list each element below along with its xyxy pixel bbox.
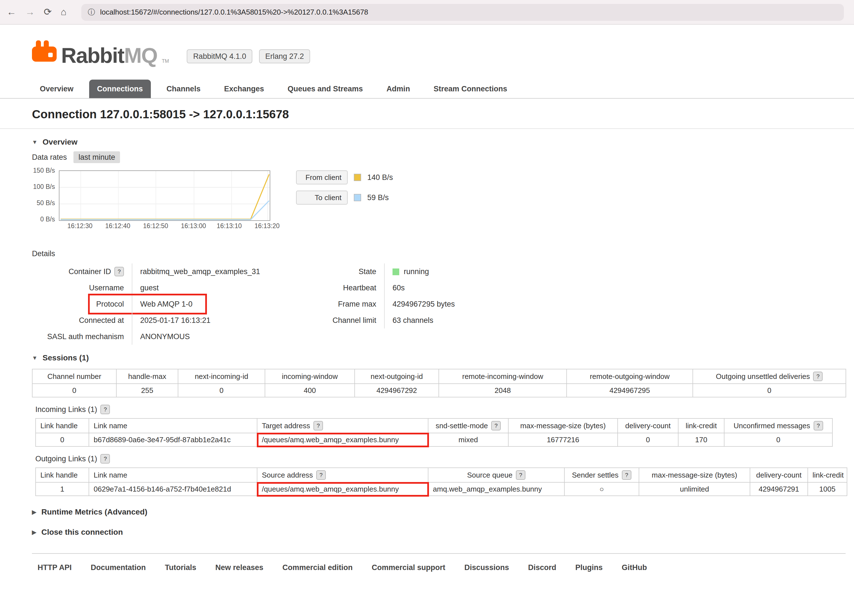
runtime-metrics-section-header[interactable]: ▶ Runtime Metrics (Advanced): [0, 496, 854, 516]
outgoing-links-table: Link handle Link name Source address? So…: [35, 467, 847, 496]
footer-link-commercial-edition[interactable]: Commercial edition: [282, 563, 353, 572]
version-badges: RabbitMQ 4.1.0 Erlang 27.2: [187, 49, 310, 63]
page: ← → ⟳ ⌂ ⓘ localhost:15672/#/connections/…: [0, 0, 854, 616]
detail-label: Heartbeat: [343, 284, 376, 292]
url-text: localhost:15672/#/connections/127.0.0.1%…: [100, 8, 368, 16]
detail-label: Connected at: [79, 316, 124, 324]
back-icon[interactable]: ←: [7, 7, 16, 17]
home-icon[interactable]: ⌂: [61, 7, 67, 17]
close-connection-section-header[interactable]: ▶ Close this connection: [0, 516, 854, 536]
data-rates-row: Data rates last minute: [0, 151, 854, 161]
detail-label: Username: [89, 284, 124, 292]
close-connection-title: Close this connection: [41, 528, 123, 536]
outgoing-links-header-row: Link handle Link name Source address? So…: [36, 468, 847, 482]
x-tick: 16:12:30: [67, 222, 93, 229]
footer-link-discussions[interactable]: Discussions: [464, 563, 509, 572]
details-left-column: Container ID? rabbitmq_web_amqp_examples…: [32, 263, 318, 345]
detail-row-protocol: Protocol Web AMQP 1-0: [32, 296, 318, 312]
tab-admin[interactable]: Admin: [378, 80, 418, 98]
state-running-icon: [392, 268, 399, 275]
help-icon[interactable]: ?: [516, 470, 525, 480]
to-client-button[interactable]: To client: [296, 190, 348, 205]
detail-label: State: [358, 268, 376, 276]
legend-row-to-client: To client 59 B/s: [296, 190, 393, 205]
forward-icon[interactable]: →: [25, 7, 35, 17]
detail-value: 63 channels: [384, 312, 530, 329]
target-address-cell: /queues/amq.web_amqp_examples.bunny: [257, 433, 428, 446]
detail-label: Frame max: [338, 300, 376, 308]
detail-row-connected-at: Connected at 2025-01-17 16:13:21: [32, 312, 318, 329]
tab-stream-connections[interactable]: Stream Connections: [425, 80, 515, 98]
detail-value: 60s: [384, 280, 530, 296]
footer-link-tutorials[interactable]: Tutorials: [165, 563, 196, 572]
footer-link-discord[interactable]: Discord: [528, 563, 556, 572]
to-client-rate: 59 B/s: [367, 193, 389, 202]
help-icon[interactable]: ?: [101, 405, 110, 414]
outgoing-links-label: Outgoing Links (1)?: [0, 447, 854, 467]
data-rates-label: Data rates: [32, 153, 67, 161]
chart-x-axis: 16:12:30 16:12:40 16:12:50 16:13:00 16:1…: [59, 222, 269, 233]
details-grid: Container ID? rabbitmq_web_amqp_examples…: [0, 263, 854, 345]
tab-connections[interactable]: Connections: [89, 80, 151, 98]
from-client-button[interactable]: From client: [296, 170, 348, 184]
help-icon[interactable]: ?: [813, 372, 823, 381]
detail-row-state: State running: [318, 263, 530, 280]
x-tick: 16:12:50: [143, 222, 168, 229]
detail-label: Container ID: [69, 268, 111, 276]
main-nav: Overview Connections Channels Exchanges …: [0, 65, 854, 99]
sessions-section-header[interactable]: ▼ Sessions (1): [0, 345, 854, 367]
site-info-icon[interactable]: ⓘ: [88, 7, 95, 17]
chevron-right-icon: ▶: [32, 529, 36, 535]
detail-value: rabbitmq_web_amqp_examples_31: [132, 263, 318, 280]
detail-value: running: [384, 263, 530, 280]
help-icon[interactable]: ?: [814, 421, 823, 430]
incoming-links-header-row: Link handle Link name Target address? sn…: [36, 418, 833, 433]
x-tick: 16:13:20: [255, 222, 280, 229]
details-right-column: State running Heartbeat 60s Frame max 42…: [318, 263, 530, 345]
help-icon[interactable]: ?: [316, 470, 326, 480]
footer-link-commercial-support[interactable]: Commercial support: [372, 563, 445, 572]
detail-row-username: Username guest: [32, 280, 318, 296]
x-tick: 16:13:10: [217, 222, 242, 229]
help-icon[interactable]: ?: [101, 454, 110, 464]
browser-chrome: ← → ⟳ ⌂ ⓘ localhost:15672/#/connections/…: [0, 0, 854, 25]
reload-icon[interactable]: ⟳: [44, 7, 52, 17]
footer-link-documentation[interactable]: Documentation: [91, 563, 146, 572]
logo-wordmark: RabbitMQ: [61, 46, 157, 65]
tab-exchanges[interactable]: Exchanges: [216, 80, 272, 98]
help-icon[interactable]: ?: [491, 421, 501, 430]
y-tick: 150 B/s: [33, 167, 55, 174]
to-client-series: [61, 201, 269, 220]
detail-row-heartbeat: Heartbeat 60s: [318, 280, 530, 296]
footer-link-new-releases[interactable]: New releases: [215, 563, 263, 572]
sessions-table: Channel number handle-max next-incoming-…: [32, 369, 846, 397]
help-icon[interactable]: ?: [313, 421, 323, 430]
detail-value: 2025-01-17 16:13:21: [132, 312, 318, 329]
from-client-swatch-icon: [354, 174, 361, 181]
url-bar[interactable]: ⓘ localhost:15672/#/connections/127.0.0.…: [81, 4, 844, 20]
legend-row-from-client: From client 140 B/s: [296, 170, 393, 184]
detail-row-sasl-auth: SASL auth mechanism ANONYMOUS: [32, 329, 318, 345]
tab-queues-and-streams[interactable]: Queues and Streams: [280, 80, 371, 98]
help-icon[interactable]: ?: [114, 267, 124, 276]
detail-value: guest: [132, 280, 318, 296]
from-client-series: [61, 174, 269, 219]
footer-link-github[interactable]: GitHub: [622, 563, 647, 572]
tab-channels[interactable]: Channels: [159, 80, 209, 98]
runtime-metrics-title: Runtime Metrics (Advanced): [41, 507, 147, 516]
source-address-cell: /queues/amq.web_amqp_examples.bunny: [257, 482, 428, 496]
detail-row-frame-max: Frame max 4294967295 bytes: [318, 296, 530, 312]
footer-link-http-api[interactable]: HTTP API: [38, 563, 72, 572]
chevron-right-icon: ▶: [32, 509, 36, 515]
chart-legend: From client 140 B/s To client 59 B/s: [296, 170, 393, 221]
data-rates-chart: [59, 170, 270, 221]
footer-link-plugins[interactable]: Plugins: [575, 563, 603, 572]
y-tick: 100 B/s: [33, 183, 55, 190]
help-icon[interactable]: ?: [622, 470, 631, 480]
rabbitmq-logo[interactable]: RabbitMQ TM: [32, 40, 169, 65]
detail-label: SASL auth mechanism: [47, 332, 124, 341]
overview-section-header[interactable]: ▼ Overview: [0, 129, 854, 151]
tab-overview[interactable]: Overview: [32, 80, 81, 98]
data-rates-mode-selector[interactable]: last minute: [73, 151, 120, 163]
detail-label: Protocol: [96, 300, 124, 308]
